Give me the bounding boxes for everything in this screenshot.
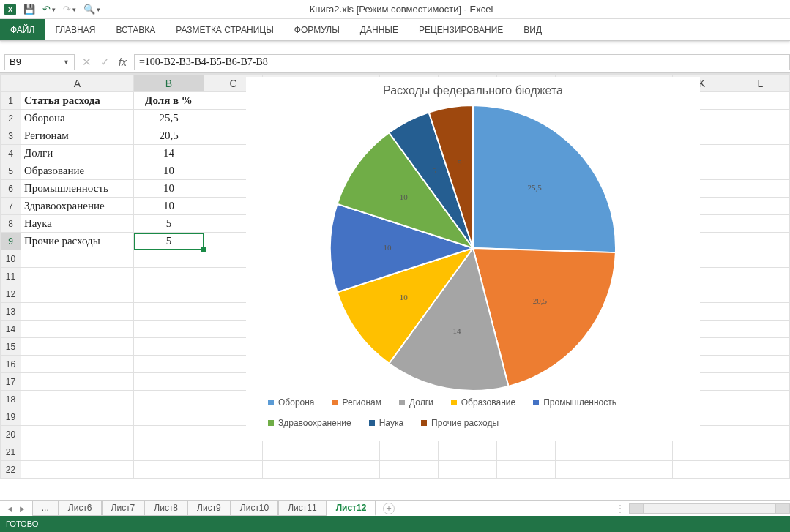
row-header-9[interactable]: 9 [1,233,21,250]
cell[interactable] [673,461,731,479]
cell[interactable]: Образование [21,162,134,180]
cancel-icon[interactable]: ✕ [82,56,92,69]
cell[interactable]: 20,5 [134,127,204,145]
sheet-nav-prev-icon[interactable]: ◄ [6,504,14,513]
row-header-5[interactable]: 5 [1,162,21,180]
tab-file[interactable]: ФАЙЛ [0,19,45,40]
undo-icon[interactable]: ↶▾ [42,4,56,15]
cell[interactable] [321,461,380,479]
row-header-15[interactable]: 15 [1,338,21,356]
cell[interactable] [731,285,790,303]
row-header-6[interactable]: 6 [1,180,21,198]
cell[interactable] [21,391,134,408]
cell[interactable] [731,408,790,426]
sheet-nav-next-icon[interactable]: ► [18,504,26,513]
cell[interactable] [21,268,134,285]
cell[interactable] [731,92,790,110]
cell[interactable] [556,461,614,479]
cell[interactable]: 25,5 [134,110,204,127]
tab-split-handle[interactable]: ⋮ [616,503,625,514]
cell[interactable] [731,391,790,408]
cell[interactable] [134,391,204,408]
save-icon[interactable]: 💾 [23,4,35,15]
embedded-chart[interactable]: Расходы федерального бюджета 25,520,5141… [246,77,700,441]
cell[interactable] [731,303,790,321]
cell[interactable] [21,356,134,373]
name-box-dropdown-icon[interactable]: ▼ [63,59,70,66]
cell[interactable]: Доля в % [134,92,204,110]
cell[interactable] [439,443,497,461]
cell[interactable] [134,268,204,285]
cell[interactable] [21,250,134,268]
cell[interactable] [134,426,204,443]
tab-review[interactable]: РЕЦЕНЗИРОВАНИЕ [409,19,513,40]
cell[interactable] [614,461,673,479]
cell[interactable]: 10 [134,162,204,180]
cell[interactable] [21,285,134,303]
row-header-12[interactable]: 12 [1,285,21,303]
cell[interactable] [614,443,673,461]
cell[interactable]: 14 [134,145,204,162]
cell[interactable] [380,461,439,479]
cell[interactable] [731,180,790,198]
cell[interactable]: Статья расхода [21,92,134,110]
sheet-tab[interactable]: Лист9 [187,501,231,516]
cell[interactable] [731,250,790,268]
cell[interactable] [731,461,790,479]
cell[interactable] [731,443,790,461]
cell[interactable] [21,461,134,479]
row-header-2[interactable]: 2 [1,110,21,127]
cell[interactable] [497,443,556,461]
row-header-19[interactable]: 19 [1,408,21,426]
cell[interactable] [134,338,204,356]
add-sheet-button[interactable]: ＋ [383,503,395,514]
cell[interactable] [731,356,790,373]
cell[interactable] [731,268,790,285]
cell[interactable] [134,285,204,303]
col-header-A[interactable]: A [21,75,134,92]
row-header-18[interactable]: 18 [1,391,21,408]
cell[interactable]: Прочие расходы [21,233,134,250]
cell[interactable] [134,408,204,426]
cell[interactable] [263,443,321,461]
cell[interactable]: 10 [134,198,204,215]
row-header-8[interactable]: 8 [1,215,21,233]
cell[interactable] [134,443,204,461]
row-header-16[interactable]: 16 [1,356,21,373]
row-header-13[interactable]: 13 [1,303,21,321]
cell[interactable] [134,461,204,479]
sheet-tab[interactable]: Лист12 [327,501,376,516]
cell[interactable] [380,443,439,461]
row-header-17[interactable]: 17 [1,373,21,391]
sheet-tab[interactable]: Лист11 [278,501,326,516]
pie-slice[interactable] [473,105,616,252]
cell[interactable] [731,373,790,391]
cell[interactable] [21,443,134,461]
cell[interactable] [204,443,263,461]
cell[interactable] [21,303,134,321]
cell[interactable] [497,461,556,479]
preview-icon[interactable]: 🔍▾ [83,4,100,15]
sheet-tab[interactable]: Лист6 [59,501,102,516]
cell[interactable]: Промышленность [21,180,134,198]
cell[interactable]: 5 [134,215,204,233]
cell[interactable] [731,198,790,215]
cell[interactable] [134,303,204,321]
row-header-14[interactable]: 14 [1,321,21,338]
horizontal-scrollbar[interactable] [629,503,790,514]
cell[interactable] [439,461,497,479]
cell[interactable] [21,338,134,356]
cell[interactable]: 5 [134,233,204,250]
tab-formulas[interactable]: ФОРМУЛЫ [284,19,350,40]
sheet-tab-ellipsis[interactable]: ... [32,501,59,516]
cell[interactable] [134,373,204,391]
cell[interactable]: Регионам [21,127,134,145]
tab-view[interactable]: ВИД [513,19,552,40]
cell[interactable] [321,443,380,461]
cell[interactable] [673,443,731,461]
row-header-10[interactable]: 10 [1,250,21,268]
cell[interactable] [731,145,790,162]
row-header-7[interactable]: 7 [1,198,21,215]
cell[interactable] [731,321,790,338]
tab-pagelayout[interactable]: РАЗМЕТКА СТРАНИЦЫ [165,19,284,40]
